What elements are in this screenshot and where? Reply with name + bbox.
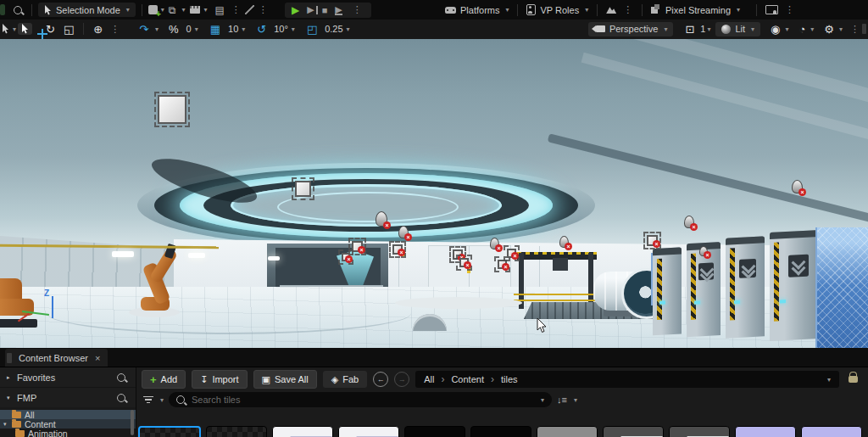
scale-tool-icon[interactable]: ◱ xyxy=(60,23,77,36)
viewport-settings-gear-icon[interactable]: ⚙ xyxy=(821,23,837,36)
tree-item-all[interactable]: All xyxy=(0,410,136,419)
surface-snap-icon[interactable]: ↷ xyxy=(136,23,152,36)
kebab-menu-icon[interactable]: ⋮ xyxy=(108,24,122,35)
rect-light-sprite[interactable]: × xyxy=(647,235,658,246)
rotation-snap-icon[interactable]: ↺ xyxy=(253,23,270,36)
gizmo-z-axis[interactable] xyxy=(52,296,53,318)
editor-mode-icon[interactable] xyxy=(245,5,254,14)
search-icon[interactable] xyxy=(117,394,125,402)
viewport-scene[interactable]: Z ××××××××××××××× xyxy=(0,39,868,348)
light-bulb-sprite[interactable]: × xyxy=(684,216,694,228)
asset-thumbnail[interactable] xyxy=(735,426,796,437)
rect-light-sprite[interactable]: × xyxy=(498,260,507,269)
grid-snap-icon[interactable]: ▦ xyxy=(207,23,224,36)
transform-select-icon[interactable] xyxy=(2,24,9,34)
vp-roles-dropdown[interactable]: VP Roles xyxy=(540,5,579,15)
layer-snap-icon[interactable]: % xyxy=(165,23,182,36)
search-bar[interactable]: ▾ xyxy=(169,392,552,407)
search-input[interactable] xyxy=(190,394,534,406)
search-icon[interactable] xyxy=(117,373,125,382)
tree-item-content[interactable]: ▾ Content xyxy=(0,419,136,429)
screen-percentage-icon[interactable]: ⊡ xyxy=(682,23,698,36)
move-tool-icon[interactable] xyxy=(34,28,41,30)
tree-item-animation[interactable]: Animation xyxy=(0,429,136,437)
pixel-streaming-dropdown[interactable]: Pixel Streaming xyxy=(665,5,731,15)
kebab-menu-icon[interactable]: ⋮ xyxy=(256,4,270,15)
platforms-dropdown[interactable]: Platforms xyxy=(460,5,499,15)
play-button[interactable]: ▶ xyxy=(292,4,299,16)
clipped-save-icon[interactable] xyxy=(0,4,5,15)
breadcrumb[interactable]: All › Content › tiles ▾ xyxy=(415,371,839,388)
scale-snap-value[interactable]: 0.25 xyxy=(325,24,342,34)
rect-light-sprite[interactable]: × xyxy=(459,258,469,267)
fmp-section[interactable]: ▾ FMP xyxy=(0,388,136,408)
kebab-menu-icon[interactable]: ⋮ xyxy=(782,4,797,15)
screen-percentage-value[interactable]: 1 xyxy=(700,24,705,34)
kebab-menu-icon[interactable]: ⋮ xyxy=(848,24,862,35)
save-all-button[interactable]: ▣ Save All xyxy=(253,370,317,389)
camera-speed-gauge-icon[interactable]: ◔ xyxy=(795,23,809,36)
light-bulb-sprite[interactable]: × xyxy=(559,236,569,248)
asset-thumbnail[interactable] xyxy=(537,426,598,437)
breadcrumb-item[interactable]: All xyxy=(424,374,434,384)
add-button[interactable]: + Add xyxy=(142,370,186,389)
asset-thumbnail[interactable] xyxy=(206,426,267,437)
frame-advance-button[interactable]: ▶ xyxy=(307,4,314,15)
add-actor-icon[interactable] xyxy=(148,5,158,14)
light-bulb-sprite[interactable]: × xyxy=(398,226,409,238)
content-browser-shortcut-icon[interactable] xyxy=(14,6,22,14)
world-space-icon[interactable]: ⊕ xyxy=(90,23,106,36)
show-flags-eye-icon[interactable]: ◉ xyxy=(767,23,783,36)
back-button[interactable]: ← xyxy=(373,372,388,387)
rotation-snap-value[interactable]: 10° xyxy=(274,24,288,34)
light-bulb-sprite[interactable]: × xyxy=(376,211,387,227)
select-tool-icon[interactable] xyxy=(18,23,32,35)
skip-button[interactable]: ▶ xyxy=(335,5,342,15)
asset-thumbnail[interactable] xyxy=(272,426,333,437)
rect-light-sprite[interactable]: × xyxy=(352,241,363,252)
asset-thumbnail[interactable] xyxy=(669,426,730,437)
tree-scrollbar[interactable] xyxy=(131,410,134,435)
rect-light-sprite[interactable]: × xyxy=(342,253,350,261)
asset-thumbnail[interactable] xyxy=(470,426,531,437)
breadcrumb-item[interactable]: tiles xyxy=(501,374,518,384)
layers-icon[interactable]: ▤ xyxy=(212,5,226,15)
asset-thumbnail[interactable] xyxy=(603,426,664,437)
import-button[interactable]: ↧ Import xyxy=(192,370,247,389)
grid-snap-value[interactable]: 10 xyxy=(228,24,238,34)
blueprints-icon[interactable]: ⧉ xyxy=(166,5,179,15)
asset-thumbnail[interactable] xyxy=(138,426,201,437)
fab-button[interactable]: ◈ Fab xyxy=(323,371,367,388)
rect-light-sprite[interactable] xyxy=(158,95,186,124)
scale-snap-icon[interactable]: ◰ xyxy=(303,23,320,36)
clipped-maximize-icon[interactable] xyxy=(862,24,866,34)
asset-thumbnail[interactable] xyxy=(404,426,465,437)
favorites-section[interactable]: ▸ Favorites xyxy=(0,367,136,388)
perspective-dropdown[interactable]: Perspective ▾ xyxy=(588,22,674,36)
stop-button[interactable]: ■ xyxy=(322,5,328,15)
rect-light-sprite[interactable] xyxy=(295,181,311,197)
asset-thumbnail[interactable] xyxy=(801,426,862,437)
sort-icon[interactable]: ↓≡ xyxy=(557,395,567,405)
tab-content-browser[interactable]: Content Browser × xyxy=(5,349,108,367)
light-bulb-sprite[interactable]: × xyxy=(699,246,708,256)
surface-snap-value[interactable]: 0 xyxy=(186,24,192,34)
kebab-menu-icon[interactable]: ⋮ xyxy=(229,4,243,15)
forward-button[interactable]: → xyxy=(394,372,409,387)
selection-mode-dropdown[interactable]: Selection Mode ▾ xyxy=(38,3,136,17)
screen-share-icon[interactable] xyxy=(765,5,778,14)
filter-icon[interactable] xyxy=(143,396,153,404)
light-bulb-sprite[interactable]: × xyxy=(490,238,499,249)
asset-thumbnail[interactable] xyxy=(338,426,399,437)
environment-icon[interactable] xyxy=(606,6,616,14)
kebab-menu-icon[interactable]: ⋮ xyxy=(620,4,635,15)
rect-light-sprite[interactable]: × xyxy=(507,249,516,258)
rect-light-sprite[interactable]: × xyxy=(392,244,403,255)
play-options-kebab-icon[interactable]: ⋮ xyxy=(350,4,364,15)
view-mode-dropdown[interactable]: Lit ▾ xyxy=(715,22,760,36)
cinematics-icon[interactable] xyxy=(190,6,200,14)
lock-icon[interactable] xyxy=(849,376,858,383)
light-bulb-sprite[interactable]: × xyxy=(792,180,803,193)
breadcrumb-item[interactable]: Content xyxy=(451,374,484,384)
close-icon[interactable]: × xyxy=(95,353,100,363)
